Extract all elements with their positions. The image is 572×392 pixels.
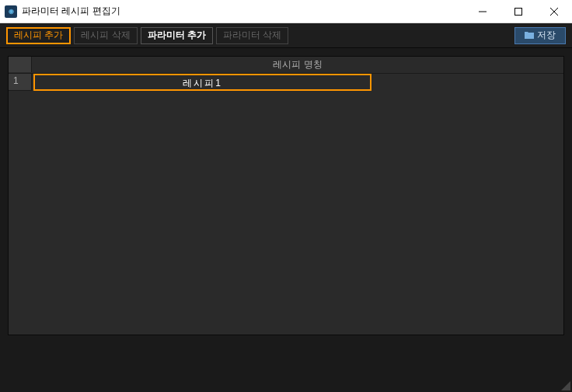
window-title: 파라미터 레시피 편집기 — [22, 5, 465, 18]
resize-grip[interactable] — [558, 378, 570, 390]
close-button[interactable] — [536, 0, 572, 23]
app-icon: ◉ — [5, 5, 17, 18]
table-header: 레시피 명칭 — [9, 57, 563, 74]
save-label: 저장 — [537, 29, 556, 42]
window-controls — [465, 0, 572, 23]
titlebar: ◉ 파라미터 레시피 편집기 — [0, 0, 572, 23]
content-area: 레시피 명칭 1 레시피1 — [0, 48, 572, 392]
save-icon — [525, 30, 534, 41]
add-parameter-button[interactable]: 파라미터 추가 — [141, 27, 213, 44]
maximize-button[interactable] — [500, 0, 536, 23]
recipe-name-cell[interactable]: 레시피1 — [33, 74, 371, 91]
recipe-table: 레시피 명칭 1 레시피1 — [8, 56, 564, 335]
row-number: 1 — [9, 74, 32, 91]
save-button[interactable]: 저장 — [514, 27, 566, 44]
svg-rect-1 — [515, 9, 522, 16]
toolbar: 레시피 추가 레시피 삭제 파라미터 추가 파라미터 삭제 저장 — [0, 23, 572, 48]
header-number-column — [9, 57, 32, 72]
header-name-column: 레시피 명칭 — [32, 57, 563, 73]
table-row[interactable]: 1 레시피1 — [9, 74, 563, 91]
delete-parameter-button[interactable]: 파라미터 삭제 — [216, 27, 288, 44]
add-recipe-button[interactable]: 레시피 추가 — [6, 27, 71, 44]
minimize-button[interactable] — [465, 0, 500, 23]
delete-recipe-button[interactable]: 레시피 삭제 — [74, 27, 137, 44]
